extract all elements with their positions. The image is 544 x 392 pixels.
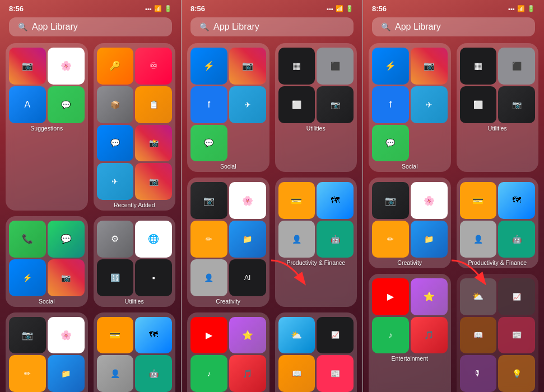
social-label-1: Social: [39, 298, 55, 305]
stocks3-icon: 📈: [498, 278, 535, 315]
yt2-icon: ▶: [190, 317, 227, 354]
social-label-3: Social: [402, 163, 418, 170]
news2-icon: 📰: [317, 355, 354, 392]
productivity-label-2: Productivity & Finance: [287, 259, 345, 266]
search-bar-3[interactable]: 🔍 App Library: [372, 17, 535, 36]
status-bar-3: 8:56 ▪▪▪ 📶 🔋: [363, 0, 544, 15]
weather3-icon: ⛅: [460, 278, 497, 315]
calc3-icon: ▦: [460, 48, 497, 85]
squares-icon: ⬜: [278, 86, 315, 123]
folder-social-3[interactable]: ⚡ 📷 f ✈ 💬 Social: [369, 43, 451, 172]
panel-2: 8:56 ▪▪▪ 📶 🔋 🔍 App Library ⚡ 📷 f ✈ 💬 Soc…: [182, 0, 362, 392]
books2-icon: 📖: [278, 355, 315, 392]
productivity-label-3: Productivity & Finance: [468, 259, 527, 266]
ig2-icon: 📸: [135, 125, 172, 162]
folder-productivity-3[interactable]: 💳 🗺 👤 🤖 Productivity & Finance: [457, 178, 539, 268]
folder-creativity-3[interactable]: 📷 🌸 ✏ 📁 Creativity: [369, 178, 451, 268]
contacts4-icon: 👤: [460, 221, 497, 258]
infinity-icon: ♾: [135, 48, 172, 85]
messenger2-icon: ⚡: [190, 48, 227, 85]
app-grid-2: ⚡ 📷 f ✈ 💬 Social ▦ ⬛ ⬜ 📷 Utilities 📷: [182, 43, 362, 392]
search-bar-1[interactable]: 🔍 App Library: [9, 17, 172, 36]
qr2-icon: ⬛: [498, 48, 535, 85]
camera-icon: 📷: [9, 317, 46, 354]
calc2-icon: ▦: [278, 48, 315, 85]
files-icon: 📁: [48, 355, 85, 392]
panel-1: 8:56 ▪▪▪ 📶 🔋 🔍 App Library 📷 🌸 A 💬 Sugge…: [0, 0, 181, 392]
app-grid-3: ⚡ 📷 f ✈ 💬 Social ▦ ⬛ ⬜ 📷 Utilities 📷: [363, 43, 544, 392]
contacts-icon: 👤: [97, 355, 134, 392]
folder-utilities-1[interactable]: ⚙ 🌐 🔢 ▪ Utilities: [94, 216, 176, 307]
wallet-icon: 💳: [97, 317, 134, 354]
stocks2-icon: 📈: [317, 317, 354, 354]
messages2-icon: 💬: [190, 125, 227, 162]
folder-social-1[interactable]: 📞 💬 ⚡ 📷 Social: [6, 216, 88, 307]
util2-icon: ▪: [135, 259, 172, 296]
phone-icon: 📞: [9, 221, 46, 258]
creativity-label-3: Creativity: [397, 259, 422, 266]
gphotos-icon: 🌸: [48, 317, 85, 354]
music2-icon: 🎵: [229, 355, 266, 392]
battery-icon: 🔋: [164, 5, 172, 12]
folder-creativity-2[interactable]: 📷 🌸 ✏ 📁 👤 AI Creativity: [187, 178, 269, 306]
maps4-icon: 🗺: [498, 182, 535, 219]
folder-utilities-2[interactable]: ▦ ⬛ ⬜ 📷 Utilities: [275, 43, 357, 172]
star3-icon: ⭐: [411, 278, 448, 315]
squares2-icon: ⬜: [460, 86, 497, 123]
folder-info-reading-2[interactable]: ⛅ 📈 📖 📰 🎙 💡 Information & Reading: [275, 312, 357, 393]
ai-icon: AI: [229, 259, 266, 296]
wifi-icon-3: 📶: [517, 5, 525, 12]
folder-productivity-1[interactable]: 💳 🗺 👤 🤖 Productivity & Finance: [94, 312, 176, 393]
gpt-icon: 🤖: [135, 355, 172, 392]
battery-icon-3: 🔋: [527, 5, 535, 12]
files2-icon: 📁: [229, 221, 266, 258]
ig3-icon: 📷: [135, 163, 172, 200]
folder-creativity-1[interactable]: 📷 🌸 ✏ 📁 Creativity: [6, 312, 88, 393]
weather2-icon: ⛅: [278, 317, 315, 354]
cam3-icon: 📷: [190, 182, 227, 219]
status-bar-1: 8:56 ▪▪▪ 📶 🔋: [0, 0, 181, 15]
folder-entertainment-2[interactable]: ▶ ⭐ ♪ 🎵 Entertainment: [187, 312, 269, 393]
search-label-2: App Library: [213, 22, 259, 32]
messages-icon: 💬: [48, 86, 85, 123]
fb-icon: f: [190, 86, 227, 123]
contacts3-icon: 👤: [278, 221, 315, 258]
recently-added-label: Recently Added: [114, 202, 155, 208]
msg2-icon: 💬: [97, 125, 134, 162]
news3-icon: 📰: [498, 317, 535, 354]
folder-utilities-3[interactable]: ▦ ⬛ ⬜ 📷 Utilities: [457, 43, 539, 172]
appstore-icon: A: [9, 86, 46, 123]
contacts2-icon: 👤: [190, 259, 227, 296]
social-label-2: Social: [220, 163, 236, 170]
chrome-icon: 🌐: [135, 221, 172, 258]
search-bar-2[interactable]: 🔍 App Library: [190, 17, 354, 36]
folder-social-2[interactable]: ⚡ 📷 f ✈ 💬 Social: [187, 43, 269, 172]
fb2-icon: f: [372, 86, 409, 123]
time-1: 8:56: [9, 4, 24, 13]
ig4-icon: 📷: [229, 48, 266, 85]
books3-icon: 📖: [460, 317, 497, 354]
status-bar-2: 8:56 ▪▪▪ 📶 🔋: [182, 0, 362, 15]
folder-info-reading-3[interactable]: ⛅ 📈 📖 📰 🎙 💡 Information & Reading: [457, 274, 539, 392]
folder-recently-added[interactable]: 🔑 ♾ 📦 📋 💬 📸 ✈ 📷 Recently Added: [94, 43, 176, 211]
folder-entertainment-3[interactable]: ▶ ⭐ ♪ 🎵 Entertainment: [369, 274, 451, 392]
gpt2-icon: 🤖: [317, 221, 354, 258]
files3-icon: 📁: [411, 221, 448, 258]
photos-icon: 🌸: [48, 48, 85, 85]
status-icons-2: ▪▪▪ 📶 🔋: [327, 5, 354, 12]
utilities-label-2: Utilities: [306, 125, 326, 132]
ig-icon: 📷: [9, 48, 46, 85]
search-icon-2: 🔍: [199, 22, 209, 31]
panel-3: 8:56 ▪▪▪ 📶 🔋 🔍 App Library ⚡ 📷 f ✈ 💬 Soc…: [363, 0, 544, 392]
podcasts3-icon: 🎙: [460, 355, 497, 392]
folder-productivity-2[interactable]: 💳 🗺 👤 🤖 Productivity & Finance: [275, 178, 357, 306]
spotify2-icon: ♪: [190, 355, 227, 392]
signal-icon-3: ▪▪▪: [508, 6, 515, 12]
wifi-icon-2: 📶: [336, 5, 343, 12]
signal-icon: ▪▪▪: [145, 6, 152, 12]
misc1-icon: 📦: [97, 86, 134, 123]
folder-suggestions[interactable]: 📷 🌸 A 💬 Suggestions: [6, 43, 88, 211]
settings-icon: ⚙: [97, 221, 134, 258]
empty1: [229, 125, 266, 162]
time-3: 8:56: [372, 4, 387, 13]
